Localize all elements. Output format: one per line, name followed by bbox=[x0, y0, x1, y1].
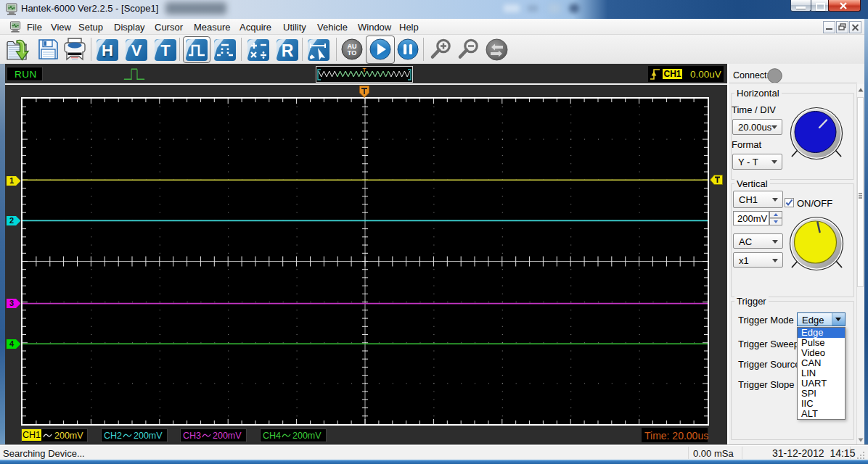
svg-text:V: V bbox=[131, 41, 142, 59]
svg-text:T: T bbox=[363, 67, 367, 73]
svg-text:3: 3 bbox=[9, 299, 14, 307]
svg-text:TO: TO bbox=[348, 49, 356, 57]
svg-text:R: R bbox=[282, 41, 294, 60]
svg-text:H: H bbox=[102, 41, 113, 59]
svg-text:1: 1 bbox=[9, 176, 14, 185]
svg-text:2: 2 bbox=[9, 216, 14, 225]
svg-text:T: T bbox=[160, 41, 171, 59]
svg-text:AU: AU bbox=[348, 43, 357, 50]
svg-text:4: 4 bbox=[9, 339, 15, 348]
